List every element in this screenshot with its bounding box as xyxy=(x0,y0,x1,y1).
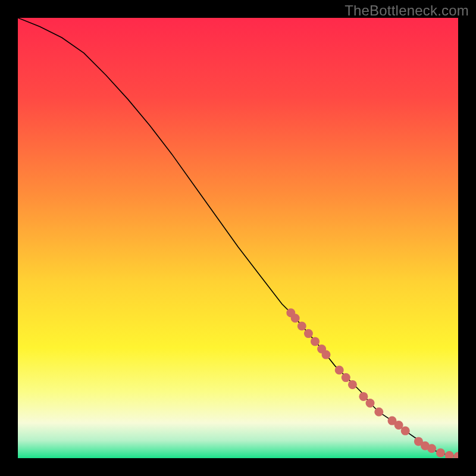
data-point xyxy=(427,444,436,453)
data-point xyxy=(436,449,445,458)
data-point xyxy=(304,329,313,338)
plot-background xyxy=(18,18,458,458)
data-point xyxy=(335,366,344,375)
data-point xyxy=(291,314,300,322)
data-point xyxy=(359,392,368,401)
data-point xyxy=(311,337,320,346)
data-point xyxy=(342,373,350,382)
data-point xyxy=(348,380,357,389)
watermark-text: TheBottleneck.com xyxy=(345,2,469,19)
data-point xyxy=(374,408,383,416)
data-point xyxy=(366,399,375,408)
chart-svg xyxy=(18,18,458,458)
data-point xyxy=(298,322,306,331)
data-point xyxy=(322,350,331,359)
chart-frame: TheBottleneck.com xyxy=(0,0,476,476)
plot-area xyxy=(18,18,458,458)
data-point xyxy=(401,427,410,436)
